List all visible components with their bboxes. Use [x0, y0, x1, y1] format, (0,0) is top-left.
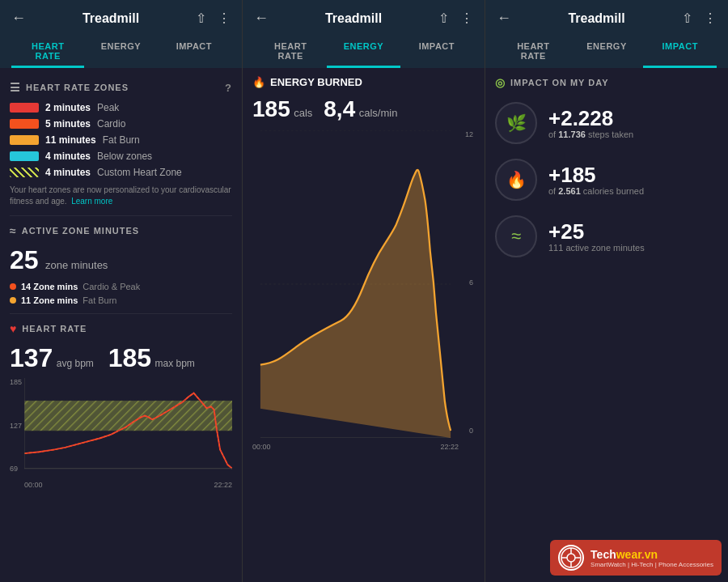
azm-title: ACTIVE ZONE MINUTES: [22, 226, 140, 236]
zone-bar-fatburn: [10, 135, 39, 145]
impact-data-steps: +2.228 of 11.736 steps taken: [548, 107, 633, 140]
energy-chart-x-labels: 00:00 22:22: [252, 443, 459, 451]
zones-sub: 111 active zone minutes: [548, 243, 645, 253]
title-3: Treadmill: [568, 11, 624, 26]
zones-icon: ☰: [10, 81, 21, 94]
hr-max-label: max bpm: [155, 358, 195, 369]
energy-cals-value: 185: [252, 96, 290, 121]
panel-3-content: ◎ IMPACT ON MY DAY 🌿 +2.228 of 11.736 st…: [485, 68, 728, 540]
tab-heart-rate-2[interactable]: HEART RATE: [254, 35, 327, 68]
energy-stats: 185 cals 8,4 cals/min: [252, 96, 475, 122]
energy-cals: 185 cals: [252, 96, 312, 122]
zones-impact-icon: ≈: [511, 226, 521, 247]
calories-value: +185: [548, 164, 644, 187]
zone-peak: 2 minutes Peak: [10, 102, 232, 113]
back-button-3[interactable]: ←: [497, 10, 511, 27]
impact-icon: ◎: [495, 76, 506, 89]
svg-point-11: [567, 554, 575, 562]
steps-sub: of 11.736 steps taken: [548, 130, 633, 139]
zone-bar-peak: [10, 103, 39, 113]
personalized-text: Your heart zones are now personalized to…: [10, 185, 232, 207]
zones-title: HEART RATE ZONES: [26, 83, 129, 92]
back-button-1[interactable]: ←: [11, 10, 26, 27]
techwear-logo-svg: [560, 546, 582, 569]
back-button-2[interactable]: ←: [254, 10, 269, 27]
zone-bar-below: [10, 151, 39, 161]
panel-energy: ← Treadmill ⇧ ⋮ HEART RATE ENERGY IMPACT…: [243, 0, 485, 582]
tab-heart-rate-1[interactable]: HEART RATE: [11, 35, 84, 68]
dot-fatburn: [10, 297, 16, 304]
azm-icon: ≈: [10, 224, 17, 237]
impact-item-zones: ≈ +25 111 active zone minutes: [495, 215, 718, 257]
header-2: ← Treadmill ⇧ ⋮ HEART RATE ENERGY IMPACT: [243, 0, 485, 68]
more-icon-2[interactable]: ⋮: [460, 11, 473, 26]
panel-heart-rate: ← Treadmill ⇧ ⋮ HEART RATE ENERGY IMPACT…: [0, 0, 243, 582]
more-icon-1[interactable]: ⋮: [218, 11, 231, 26]
steps-icon: 🌿: [506, 113, 527, 133]
header-1: ← Treadmill ⇧ ⋮ HEART RATE ENERGY IMPACT: [0, 0, 242, 68]
energy-header: 🔥 ENERGY BURNED: [252, 76, 475, 88]
tab-energy-2[interactable]: ENERGY: [327, 35, 400, 68]
more-icon-3[interactable]: ⋮: [704, 11, 717, 26]
zone-cardio: 5 minutes Cardio: [10, 118, 232, 130]
techwear-tagline: SmartWatch | Hi-Tech | Phone Accessories: [590, 561, 713, 568]
tab-heart-rate-3[interactable]: HEART RATE: [497, 35, 570, 68]
tabs-3: HEART RATE ENERGY IMPACT: [497, 35, 717, 68]
impact-item-calories: 🔥 +185 of 2.561 calories burned: [495, 159, 718, 201]
impact-title: IMPACT ON MY DAY: [510, 78, 609, 87]
panel-1-content: ☰ HEART RATE ZONES ? 2 minutes Peak 5 mi…: [0, 68, 242, 582]
azm-total-row: 25 zone minutes: [10, 245, 232, 275]
hr-avg-value: 137: [10, 343, 53, 372]
energy-chart-svg: [252, 130, 459, 438]
azm-stat-fatburn: 11 Zone mins Fat Burn: [10, 295, 232, 305]
calories-icon: 🔥: [506, 170, 527, 189]
hr-chart-svg: [24, 378, 232, 476]
energy-cals-unit: cals: [294, 107, 312, 119]
calories-sub: of 2.561 calories burned: [548, 186, 644, 196]
zones-section-header: ☰ HEART RATE ZONES ?: [10, 81, 232, 94]
tab-impact-2[interactable]: IMPACT: [400, 35, 473, 68]
panel-impact: ← Treadmill ⇧ ⋮ HEART RATE ENERGY IMPACT…: [485, 0, 728, 582]
zones-value: +25: [548, 220, 645, 244]
share-icon-2[interactable]: ⇧: [438, 11, 449, 26]
heart-icon: ♥: [10, 322, 17, 335]
tab-energy-3[interactable]: ENERGY: [570, 35, 644, 68]
tabs-2: HEART RATE ENERGY IMPACT: [254, 35, 473, 68]
tab-impact-1[interactable]: IMPACT: [158, 35, 231, 68]
azm-stat-cardio: 14 Zone mins Cardio & Peak: [10, 282, 232, 291]
hr-section-header: ♥ HEART RATE: [10, 322, 232, 335]
impact-item-steps: 🌿 +2.228 of 11.736 steps taken: [495, 102, 718, 144]
learn-more-link[interactable]: Learn more: [71, 197, 112, 206]
impact-circle-zones: ≈: [495, 215, 537, 257]
energy-rate: 8,4 cals/min: [324, 96, 397, 122]
tabs-1: HEART RATE ENERGY IMPACT: [11, 35, 231, 68]
impact-data-zones: +25 111 active zone minutes: [548, 220, 645, 253]
share-icon-3[interactable]: ⇧: [682, 11, 692, 26]
azm-value: 25: [10, 245, 39, 274]
title-2: Treadmill: [325, 11, 382, 26]
impact-section-header: ◎ IMPACT ON MY DAY: [495, 76, 718, 89]
tab-impact-3[interactable]: IMPACT: [643, 35, 717, 68]
hr-avg-label: avg bpm: [57, 358, 94, 369]
dot-cardio: [10, 283, 16, 290]
energy-chart: 12 6 0 00:00 22:22: [252, 130, 475, 451]
hr-max-value: 185: [108, 343, 151, 372]
zone-fatburn: 11 minutes Fat Burn: [10, 134, 232, 146]
hr-chart: 185 127 69: [10, 378, 232, 489]
azm-section-header: ≈ ACTIVE ZONE MINUTES: [10, 224, 232, 237]
azm-label: zone minutes: [45, 259, 108, 271]
techwear-badge: Techwear.vn SmartWatch | Hi-Tech | Phone…: [550, 540, 722, 576]
zone-bar-cardio: [10, 119, 39, 129]
zone-below: 4 minutes Below zones: [10, 151, 232, 162]
energy-rate-value: 8,4: [324, 96, 355, 121]
help-icon[interactable]: ?: [225, 82, 232, 94]
techwear-logo: [558, 545, 584, 571]
impact-circle-calories: 🔥: [495, 159, 537, 201]
hr-chart-x-labels: 00:00 22:22: [24, 481, 232, 489]
hr-title: HEART RATE: [22, 324, 87, 333]
energy-rate-unit: cals/min: [359, 107, 398, 119]
tab-energy-1[interactable]: ENERGY: [84, 35, 157, 68]
share-icon-1[interactable]: ⇧: [196, 11, 206, 26]
impact-data-calories: +185 of 2.561 calories burned: [548, 164, 644, 197]
steps-value: +2.228: [548, 107, 633, 130]
